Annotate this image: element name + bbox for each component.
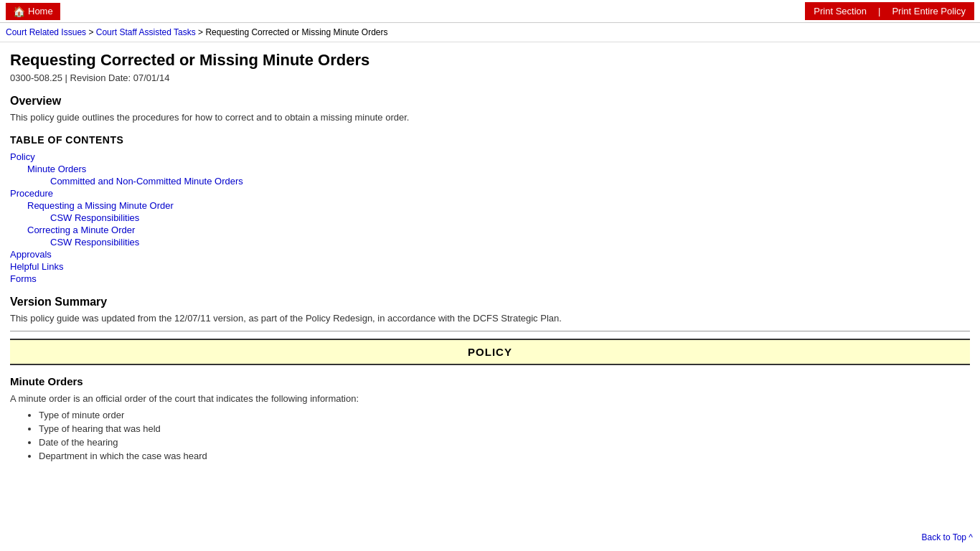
list-item: Type of hearing that was held xyxy=(39,423,970,434)
toc-item-helpful-links[interactable]: Helpful Links xyxy=(10,261,970,272)
toc-item-procedure[interactable]: Procedure xyxy=(10,188,970,199)
overview-text: This policy guide outlines the procedure… xyxy=(10,112,970,123)
print-buttons: Print Section | Print Entire Policy xyxy=(805,2,974,20)
breadcrumb-court-related[interactable]: Court Related Issues xyxy=(6,27,86,37)
toc-item-forms[interactable]: Forms xyxy=(10,273,970,284)
main-content: Requesting Corrected or Missing Minute O… xyxy=(0,42,980,473)
overview-heading: Overview xyxy=(10,95,970,108)
list-item: Type of minute order xyxy=(39,410,970,420)
home-button[interactable]: 🏠 Home xyxy=(6,3,60,20)
toc-item-minute-orders[interactable]: Minute Orders xyxy=(27,164,970,174)
version-summary-heading: Version Summary xyxy=(10,296,970,309)
toc-item-committed[interactable]: Committed and Non-Committed Minute Order… xyxy=(50,176,970,187)
back-to-top-link[interactable]: Back to Top ^ xyxy=(922,532,973,542)
minute-orders-heading: Minute Orders xyxy=(10,375,970,387)
revision-info: 0300-508.25 | Revision Date: 07/01/14 xyxy=(10,72,970,83)
home-icon: 🏠 xyxy=(13,6,25,17)
toc-item-correcting[interactable]: Correcting a Minute Order xyxy=(27,225,970,235)
print-separator: | xyxy=(875,2,883,20)
header: 🏠 Home Print Section | Print Entire Poli… xyxy=(0,0,980,23)
toc-item-approvals[interactable]: Approvals xyxy=(10,249,970,260)
toc-item-csw-resp-2[interactable]: CSW Responsibilities xyxy=(50,237,970,248)
breadcrumb: Court Related Issues > Court Staff Assis… xyxy=(0,23,980,42)
home-label: Home xyxy=(28,6,53,17)
toc-item-csw-resp-1[interactable]: CSW Responsibilities xyxy=(50,212,970,223)
breadcrumb-current: Requesting Corrected or Missing Minute O… xyxy=(205,27,387,37)
minute-orders-intro: A minute order is an official order of t… xyxy=(10,393,970,404)
table-of-contents: Policy Minute Orders Committed and Non-C… xyxy=(10,151,970,284)
toc-item-requesting[interactable]: Requesting a Missing Minute Order xyxy=(27,200,970,211)
print-entire-button[interactable]: Print Entire Policy xyxy=(883,2,974,20)
list-item: Department in which the case was heard xyxy=(39,451,970,461)
breadcrumb-court-staff[interactable]: Court Staff Assisted Tasks xyxy=(96,27,196,37)
page-title: Requesting Corrected or Missing Minute O… xyxy=(10,51,970,70)
version-summary-text: This policy guide was updated from the 1… xyxy=(10,313,970,324)
toc-heading: TABLE OF CONTENTS xyxy=(10,134,970,146)
minute-orders-list: Type of minute order Type of hearing tha… xyxy=(39,410,970,461)
list-item: Date of the hearing xyxy=(39,437,970,448)
toc-item-policy[interactable]: Policy xyxy=(10,151,970,162)
policy-banner: POLICY xyxy=(10,339,970,365)
print-section-button[interactable]: Print Section xyxy=(805,2,875,20)
section-divider xyxy=(10,331,970,331)
